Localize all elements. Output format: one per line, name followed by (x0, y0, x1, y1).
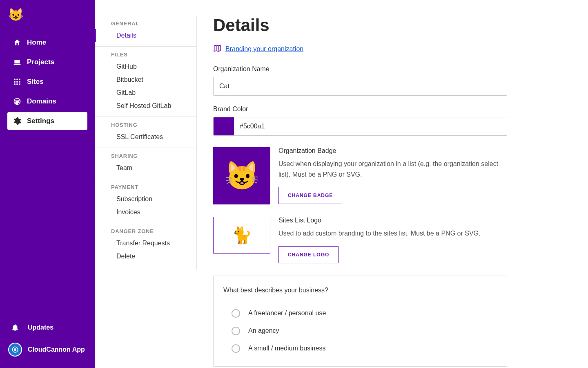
subnav-item-subscription[interactable]: Subscription (95, 193, 196, 206)
subnav-item-details[interactable]: Details (95, 29, 196, 42)
nav-label: Settings (27, 117, 54, 125)
app-label: CloudCannon App (28, 346, 85, 353)
nav-sites[interactable]: Sites (7, 73, 87, 91)
org-name-label: Organization Name (213, 65, 572, 73)
brand-color-input[interactable] (234, 117, 507, 135)
radio-icon (232, 327, 240, 335)
radio-label: A small / medium business (248, 345, 325, 352)
nav-label: Home (27, 38, 46, 47)
grid-icon (13, 78, 21, 86)
nav-label: Projects (27, 58, 54, 66)
business-option-agency[interactable]: An agency (223, 322, 497, 340)
change-logo-button[interactable]: CHANGE LOGO (278, 246, 339, 263)
subnav-item-team[interactable]: Team (95, 162, 196, 175)
sites-logo-preview: 🐈 (213, 217, 270, 254)
svg-point-0 (14, 348, 16, 351)
subnav-item-selfhosted-gitlab[interactable]: Self Hosted GitLab (95, 99, 196, 112)
org-badge-preview: 😺 (213, 147, 270, 204)
laptop-icon (13, 58, 21, 66)
subnav-item-invoices[interactable]: Invoices (95, 206, 196, 219)
nav-label: Domains (27, 97, 56, 105)
main-content: Details Branding your organization Organ… (197, 0, 588, 368)
subnav-item-transfer[interactable]: Transfer Requests (95, 237, 196, 250)
subnav-header-general: GENERAL (95, 20, 196, 29)
nav-settings[interactable]: Settings (7, 112, 87, 130)
radio-label: An agency (248, 327, 279, 334)
settings-subnav: GENERAL Details FILES GitHub Bitbucket G… (95, 0, 197, 368)
subnav-item-bitbucket[interactable]: Bitbucket (95, 73, 196, 86)
globe-icon (13, 97, 21, 105)
subnav-item-ssl[interactable]: SSL Certificates (95, 130, 196, 144)
updates-label: Updates (28, 324, 53, 331)
org-name-input[interactable] (213, 77, 507, 96)
primary-sidebar: 😺 Home Projects Sites Domains (0, 0, 95, 368)
nav-home[interactable]: Home (7, 34, 87, 52)
business-option-freelancer[interactable]: A freelancer / personal use (223, 305, 497, 322)
subnav-header-payment: PAYMENT (95, 183, 196, 193)
brand-color-field (213, 117, 507, 136)
page-title: Details (213, 16, 572, 35)
subnav-item-github[interactable]: GitHub (95, 60, 196, 73)
subnav-header-sharing: SHARING (95, 152, 196, 162)
nav-updates[interactable]: Updates (7, 316, 87, 339)
nav-cloudcannon-app[interactable]: CloudCannon App (7, 339, 87, 361)
org-badge-desc: Used when displaying your organization i… (278, 159, 507, 180)
business-type-box: What best describes your business? A fre… (213, 276, 507, 367)
sites-logo-title: Sites List Logo (278, 217, 507, 224)
branding-help-link[interactable]: Branding your organization (213, 44, 303, 54)
primary-nav: Home Projects Sites Domains Settings (7, 34, 87, 130)
radio-icon (232, 344, 240, 353)
nav-projects[interactable]: Projects (7, 53, 87, 71)
sites-logo-desc: Used to add custom branding to the sites… (278, 228, 507, 239)
business-option-smb[interactable]: A small / medium business (223, 340, 497, 357)
subnav-header-files: FILES (95, 51, 196, 60)
sidebar-bottom: Updates CloudCannon App (7, 316, 87, 361)
brand-color-label: Brand Color (213, 105, 572, 113)
subnav-item-gitlab[interactable]: GitLab (95, 86, 196, 99)
subnav-item-delete[interactable]: Delete (95, 250, 196, 263)
org-badge-small: 😺 (8, 7, 23, 22)
subnav-header-danger: DANGER ZONE (95, 227, 196, 237)
cloudcannon-icon (8, 343, 22, 357)
nav-domains[interactable]: Domains (7, 92, 87, 110)
org-badge-title: Organization Badge (278, 147, 507, 155)
subnav-header-hosting: HOSTING (95, 121, 196, 130)
business-type-question: What best describes your business? (223, 287, 497, 294)
radio-icon (232, 309, 240, 318)
home-icon (13, 38, 21, 47)
map-icon (213, 44, 221, 54)
help-link-text: Branding your organization (225, 45, 303, 53)
bell-icon (8, 321, 22, 334)
nav-label: Sites (27, 78, 44, 86)
brand-color-swatch[interactable] (214, 117, 234, 135)
change-badge-button[interactable]: CHANGE BADGE (278, 187, 342, 204)
radio-label: A freelancer / personal use (248, 310, 326, 317)
gear-icon (13, 117, 21, 125)
